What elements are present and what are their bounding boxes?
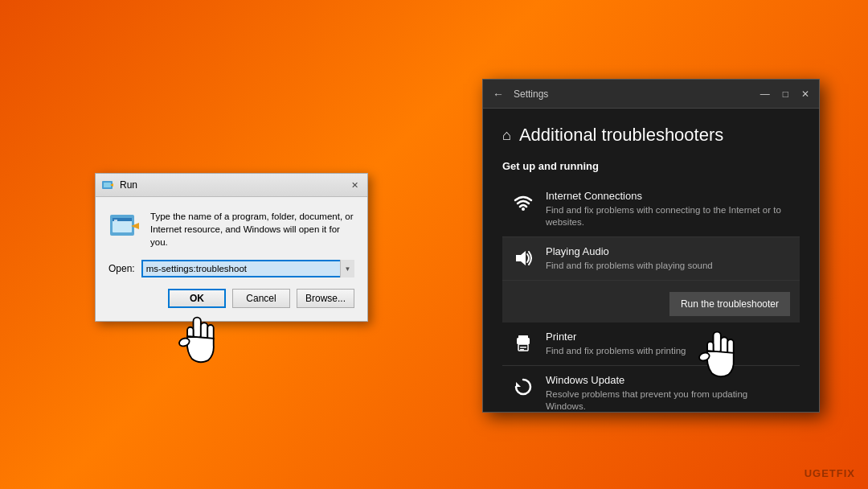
settings-body: ⌂ Additional troubleshooters Get up and … <box>483 109 819 412</box>
windows-update-icon <box>512 376 534 398</box>
windows-update-title: Windows Update <box>546 374 790 386</box>
settings-title-text: Settings <box>514 88 548 100</box>
run-content-row: Type the name of a program, folder, docu… <box>108 210 354 249</box>
audio-icon <box>512 247 534 269</box>
windows-update-text: Windows Update Resolve problems that pre… <box>546 374 790 412</box>
svg-rect-15 <box>517 338 530 344</box>
internet-connections-text: Internet Connections Find and fix proble… <box>546 190 790 228</box>
watermark: UGETFIX <box>805 467 855 479</box>
home-icon: ⌂ <box>502 127 511 144</box>
run-troubleshooter-button[interactable]: Run the troubleshooter <box>669 292 790 316</box>
troubleshooter-item-printer[interactable]: Printer Find and fix problems with print… <box>502 323 800 366</box>
internet-connections-title: Internet Connections <box>546 190 790 202</box>
run-open-label: Open: <box>108 263 135 274</box>
run-dialog: Run ✕ Type the name of a program, folder… <box>95 173 368 322</box>
run-titlebar: Run ✕ <box>96 174 367 197</box>
playing-audio-text: Playing Audio Find and fix problems with… <box>546 245 790 272</box>
settings-window-controls: — □ ✕ <box>760 88 809 100</box>
cursor-hand-run <box>175 314 223 373</box>
run-big-icon <box>108 210 141 242</box>
windows-update-desc: Resolve problems that prevent you from u… <box>546 388 790 412</box>
run-dropdown-arrow[interactable]: ▼ <box>340 260 354 277</box>
run-browse-button[interactable]: Browse... <box>297 289 354 308</box>
svg-rect-6 <box>114 220 117 221</box>
run-open-row: Open: ▼ <box>108 260 354 277</box>
run-cancel-button[interactable]: Cancel <box>232 289 290 308</box>
run-title-text: Run <box>120 179 137 191</box>
settings-minimize-button[interactable]: — <box>760 88 770 100</box>
run-input[interactable] <box>141 260 354 277</box>
printer-title: Printer <box>546 331 790 343</box>
settings-maximize-button[interactable]: □ <box>783 88 788 100</box>
printer-desc: Find and fix problems with printing <box>546 345 790 357</box>
svg-rect-21 <box>714 332 721 353</box>
playing-audio-desc: Find and fix problems with playing sound <box>546 260 790 272</box>
settings-window: ← Settings — □ ✕ ⌂ Additional troublesho… <box>482 79 820 413</box>
svg-rect-19 <box>520 349 524 351</box>
internet-connections-desc: Find and fix problems with connecting to… <box>546 204 790 228</box>
run-troubleshooter-row: Run the troubleshooter <box>502 281 800 323</box>
svg-marker-14 <box>516 251 526 265</box>
svg-marker-20 <box>516 382 521 387</box>
svg-rect-18 <box>520 347 526 348</box>
settings-back-button[interactable]: ← <box>493 88 504 101</box>
troubleshooter-item-windows-update[interactable]: Windows Update Resolve problems that pre… <box>502 366 800 412</box>
settings-titlebar: ← Settings — □ ✕ <box>483 80 819 109</box>
run-buttons: OK Cancel Browse... <box>108 289 354 308</box>
settings-page-title: Additional troubleshooters <box>519 125 723 146</box>
svg-point-13 <box>522 208 525 211</box>
printer-icon <box>512 332 534 355</box>
printer-text: Printer Find and fix problems with print… <box>546 331 790 357</box>
run-close-button[interactable]: ✕ <box>348 179 361 191</box>
run-ok-button[interactable]: OK <box>168 289 226 308</box>
settings-header: ⌂ Additional troubleshooters <box>502 125 800 146</box>
svg-rect-8 <box>194 318 201 339</box>
section-title: Get up and running <box>502 160 800 172</box>
cursor-hand-settings <box>695 328 743 388</box>
run-description: Type the name of a program, folder, docu… <box>150 210 354 249</box>
settings-title-left: ← Settings <box>493 88 548 101</box>
settings-close-button[interactable]: ✕ <box>801 88 809 100</box>
svg-rect-17 <box>518 335 528 339</box>
run-titlebar-left: Run <box>102 179 137 191</box>
run-input-wrapper: ▼ <box>141 260 354 277</box>
troubleshooter-item-internet[interactable]: Internet Connections Find and fix proble… <box>502 182 800 237</box>
playing-audio-title: Playing Audio <box>546 245 790 257</box>
troubleshooter-item-audio[interactable]: Playing Audio Find and fix problems with… <box>502 237 800 281</box>
run-body: Type the name of a program, folder, docu… <box>96 197 367 321</box>
run-icon <box>102 179 115 191</box>
svg-rect-1 <box>104 183 111 187</box>
wifi-icon <box>512 191 534 214</box>
